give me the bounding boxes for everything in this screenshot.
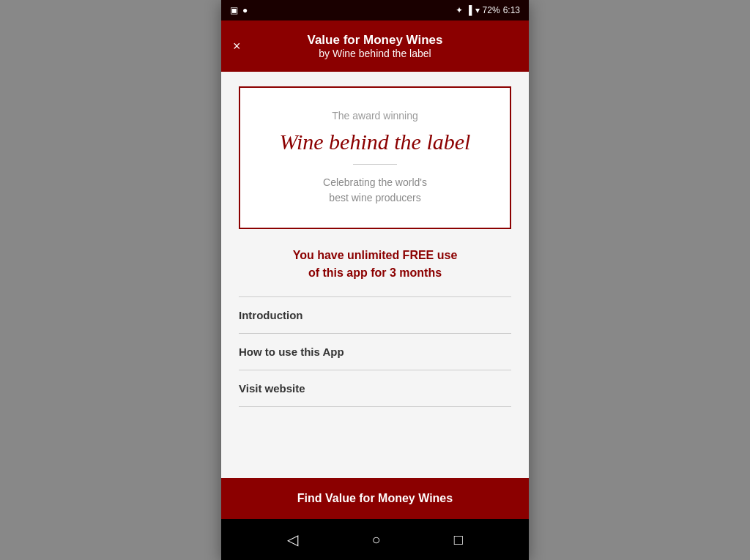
- wine-card: The award winning Wine behind the label …: [239, 86, 511, 229]
- home-icon[interactable]: ○: [371, 531, 380, 548]
- header-title-main: Value for Money Wines: [308, 33, 443, 48]
- menu-list: Introduction How to use this App Visit w…: [239, 296, 511, 407]
- recents-icon[interactable]: □: [454, 531, 463, 548]
- header-title: Value for Money Wines by Wine behind the…: [308, 33, 443, 59]
- wifi-icon: ▾: [475, 5, 480, 15]
- bluetooth-icon: ✦: [456, 5, 463, 15]
- status-left-icons: ▣ ●: [230, 5, 248, 15]
- status-right-icons: ✦ ▐ ▾ 72% 6:13: [456, 5, 520, 15]
- card-award-text: The award winning: [255, 110, 495, 122]
- find-button[interactable]: Find Value for Money Wines: [221, 478, 529, 519]
- promo-text: You have unlimited FREE useof this app f…: [239, 247, 511, 282]
- header-title-sub: by Wine behind the label: [308, 48, 443, 59]
- header-bar: × Value for Money Wines by Wine behind t…: [221, 20, 529, 72]
- menu-divider-bottom: [239, 406, 511, 407]
- sim-icon: ▣: [230, 5, 238, 15]
- clock: 6:13: [503, 5, 520, 15]
- menu-item-introduction[interactable]: Introduction: [239, 297, 511, 333]
- circle-icon: ●: [242, 5, 248, 15]
- card-divider: [353, 164, 397, 165]
- phone-frame: ▣ ● ✦ ▐ ▾ 72% 6:13 × Value for Money Win…: [221, 0, 529, 560]
- status-bar: ▣ ● ✦ ▐ ▾ 72% 6:13: [221, 0, 529, 20]
- back-icon[interactable]: ◁: [287, 531, 298, 548]
- close-button[interactable]: ×: [233, 40, 241, 53]
- card-brand-name: Wine behind the label: [255, 129, 495, 155]
- menu-item-how-to-use[interactable]: How to use this App: [239, 334, 511, 370]
- battery-level: 72%: [483, 5, 500, 15]
- signal-icon: ▐: [466, 5, 472, 15]
- nav-bar: ◁ ○ □: [221, 519, 529, 560]
- menu-item-visit-website[interactable]: Visit website: [239, 370, 511, 406]
- main-content: The award winning Wine behind the label …: [221, 72, 529, 478]
- card-tagline: Celebrating the world'sbest wine produce…: [255, 175, 495, 206]
